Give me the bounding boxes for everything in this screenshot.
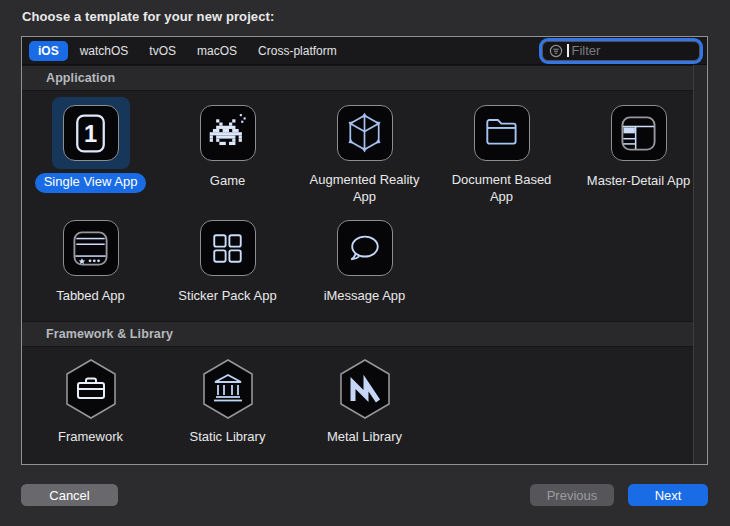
tab-label: Cross-platform [258, 44, 337, 58]
app-icon-frame [200, 220, 256, 276]
app-icon-frame [63, 220, 119, 276]
template-label: Document Based App [446, 172, 558, 206]
template-label: Augmented Reality App [309, 172, 421, 206]
template-tile-tabbed-app[interactable]: Tabbed App [22, 206, 159, 321]
tab-watchos[interactable]: watchOS [71, 41, 138, 61]
template-tile-single-view-app[interactable]: Single View App [22, 91, 159, 206]
dialog-footer: Cancel Previous Next [0, 465, 730, 526]
template-tile-augmented-reality-app[interactable]: Augmented Reality App [296, 91, 433, 206]
section-header: Framework & Library [22, 321, 693, 347]
app-icon-frame [337, 220, 393, 276]
template-label: Single View App [35, 173, 147, 193]
section-header: Application [22, 65, 693, 91]
template-label: Sticker Pack App [178, 288, 276, 305]
master-detail-icon [612, 107, 665, 160]
tab-tvos[interactable]: tvOS [140, 41, 185, 61]
text-caret [567, 44, 569, 57]
tab-ios[interactable]: iOS [29, 41, 68, 61]
document-based-icon [475, 106, 528, 159]
tab-cross-platform[interactable]: Cross-platform [249, 41, 346, 61]
app-icon-frame [611, 105, 667, 161]
framework-icon [63, 358, 119, 420]
metal-library-icon [337, 358, 393, 420]
section-framework-library: Framework & Library Framework Static Lib… [22, 321, 693, 462]
template-tile-sticker-pack-app[interactable]: Sticker Pack App [159, 206, 296, 321]
app-icon-frame [200, 105, 256, 161]
tab-macos[interactable]: macOS [188, 41, 246, 61]
template-label: Tabbed App [56, 288, 125, 305]
template-label: Metal Library [327, 429, 402, 446]
tab-label: macOS [197, 44, 237, 58]
template-label: Static Library [190, 429, 266, 446]
template-grid: Framework Static Library Metal Library [22, 347, 693, 462]
dialog-title: Choose a template for your new project: [22, 9, 274, 24]
next-button[interactable]: Next [628, 484, 708, 506]
app-icon-frame [474, 105, 530, 161]
template-scroll-area: Application Single View App Game Augment… [22, 65, 707, 464]
platform-tabs: iOSwatchOStvOSmacOSCross-platform [29, 41, 349, 61]
game-icon [201, 107, 254, 160]
tab-label: watchOS [80, 44, 129, 58]
app-icon-frame [337, 105, 393, 161]
template-label: iMessage App [324, 288, 406, 305]
imessage-icon [338, 222, 391, 275]
template-label: Framework [58, 429, 123, 446]
template-tile-game[interactable]: Game [159, 91, 296, 206]
template-list: Application Single View App Game Augment… [22, 65, 693, 464]
tab-label: tvOS [149, 44, 176, 58]
tab-label: iOS [38, 44, 59, 58]
template-label: Master-Detail App [587, 173, 690, 190]
filter-placeholder: Filter [572, 44, 601, 57]
template-tile-imessage-app[interactable]: iMessage App [296, 206, 433, 321]
augmented-reality-icon [338, 106, 391, 159]
sticker-pack-icon [201, 222, 254, 275]
template-label: Game [210, 173, 245, 190]
template-tile-metal-library[interactable]: Metal Library [296, 347, 433, 462]
vertical-scrollbar[interactable] [693, 65, 707, 464]
section-title: Application [46, 71, 115, 85]
template-tile-document-based-app[interactable]: Document Based App [433, 91, 570, 206]
cancel-button[interactable]: Cancel [21, 484, 118, 506]
section-application: Application Single View App Game Augment… [22, 65, 693, 321]
filter-icon [548, 43, 564, 59]
static-library-icon [200, 358, 256, 420]
template-grid: Single View App Game Augmented Reality A… [22, 91, 693, 321]
filter-field[interactable]: Filter [542, 41, 700, 61]
section-title: Framework & Library [46, 327, 173, 341]
app-icon-frame [63, 105, 119, 161]
tabbed-icon [64, 222, 117, 275]
template-tile-static-library[interactable]: Static Library [159, 347, 296, 462]
template-tile-master-detail-app[interactable]: Master-Detail App [570, 91, 707, 206]
previous-button[interactable]: Previous [530, 484, 614, 506]
template-chooser-panel: iOSwatchOStvOSmacOSCross-platform Filter… [21, 36, 708, 465]
platform-tab-bar: iOSwatchOStvOSmacOSCross-platform Filter [22, 37, 707, 65]
template-tile-framework[interactable]: Framework [22, 347, 159, 462]
single-view-app-icon [64, 107, 117, 160]
